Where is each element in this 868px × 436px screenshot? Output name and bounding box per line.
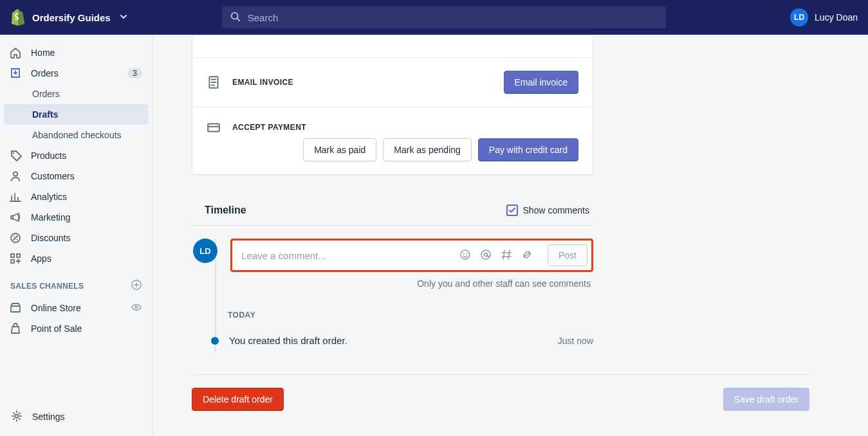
email-invoice-button[interactable]: Email invoice	[504, 71, 578, 94]
bar-chart-icon	[9, 190, 22, 203]
sidebar-item-discounts[interactable]: Discounts	[0, 228, 152, 248]
mention-icon[interactable]	[479, 248, 492, 263]
sidebar-item-analytics[interactable]: Analytics	[0, 186, 152, 207]
chevron-down-icon	[120, 12, 127, 23]
add-channel-icon[interactable]	[131, 279, 142, 293]
show-comments-label: Show comments	[523, 205, 589, 215]
sidebar-item-label: Apps	[31, 253, 51, 264]
svg-point-17	[481, 250, 490, 259]
svg-point-2	[14, 172, 17, 176]
store-switcher[interactable]: Ordersify Guides	[10, 9, 127, 26]
svg-rect-7	[17, 254, 20, 257]
svg-point-10	[135, 306, 138, 309]
sidebar-item-online-store[interactable]: Online Store	[0, 298, 152, 318]
timeline-entry: You created this draft order. Just now	[192, 335, 593, 346]
sidebar-item-label: Point of Sale	[31, 323, 82, 334]
comment-visibility-note: Only you and other staff can see comment…	[192, 278, 593, 289]
link-icon[interactable]	[521, 248, 533, 263]
global-search[interactable]	[222, 6, 666, 28]
svg-point-16	[466, 253, 467, 254]
avatar: LD	[790, 8, 808, 26]
home-icon	[9, 46, 22, 59]
svg-point-1	[13, 152, 14, 154]
save-draft-button[interactable]: Save draft order	[723, 388, 809, 411]
svg-point-11	[15, 414, 19, 417]
sidebar-item-apps[interactable]: Apps	[0, 248, 152, 269]
search-icon	[230, 11, 241, 24]
svg-rect-8	[11, 260, 14, 263]
invoice-card: EMAIL INVOICE Email invoice ACCEPT PAYME…	[192, 35, 593, 175]
document-icon	[207, 75, 221, 89]
emoji-icon[interactable]	[459, 248, 472, 263]
timeline-title: Timeline	[205, 204, 246, 216]
svg-point-5	[17, 239, 18, 241]
mark-pending-button[interactable]: Mark as pending	[383, 138, 472, 161]
email-invoice-title: EMAIL INVOICE	[232, 78, 293, 87]
delete-draft-button[interactable]: Delete draft order	[192, 388, 284, 411]
sidebar-item-abandoned[interactable]: Abandoned checkouts	[0, 125, 152, 145]
credit-card-icon	[207, 120, 221, 134]
bag-icon	[9, 322, 22, 335]
topbar: Ordersify Guides LD Lucy Doan	[0, 0, 868, 35]
shopify-logo-icon	[10, 9, 26, 26]
page-footer: Delete draft order Save draft order	[192, 374, 809, 411]
search-input[interactable]	[248, 12, 658, 23]
sidebar-item-label: Online Store	[31, 303, 81, 313]
sidebar-item-label: Settings	[32, 412, 65, 422]
section-title: SALES CHANNELS	[10, 282, 84, 291]
sidebar-item-label: Orders	[32, 89, 60, 99]
post-button[interactable]: Post	[548, 244, 587, 266]
apps-icon	[9, 252, 22, 265]
sidebar-item-label: Analytics	[31, 192, 67, 202]
show-comments-toggle[interactable]: Show comments	[506, 204, 589, 216]
timeline: Timeline Show comments LD	[192, 204, 593, 352]
sidebar-item-label: Marketing	[31, 212, 70, 223]
sidebar-item-label: Discounts	[31, 233, 70, 243]
sidebar-item-settings[interactable]: Settings	[0, 405, 152, 428]
sidebar-item-pos[interactable]: Point of Sale	[0, 318, 152, 339]
accept-payment-title: ACCEPT PAYMENT	[232, 123, 306, 132]
sidebar-item-marketing[interactable]: Marketing	[0, 207, 152, 228]
svg-rect-6	[11, 254, 14, 257]
svg-point-4	[14, 236, 15, 237]
svg-point-15	[463, 253, 464, 254]
sidebar-item-home[interactable]: Home	[0, 42, 152, 63]
store-icon	[9, 302, 22, 314]
sidebar-item-orders-sub[interactable]: Orders	[0, 84, 152, 104]
user-name: Lucy Doan	[815, 12, 858, 23]
pay-credit-button[interactable]: Pay with credit card	[478, 138, 578, 161]
gear-icon	[10, 410, 23, 424]
view-store-icon[interactable]	[131, 302, 142, 315]
orders-icon	[9, 67, 22, 80]
user-menu[interactable]: LD Lucy Doan	[790, 8, 858, 26]
store-name: Ordersify Guides	[32, 12, 111, 23]
svg-rect-13	[208, 124, 219, 132]
sidebar-item-label: Abandoned checkouts	[32, 130, 122, 140]
sidebar-item-label: Products	[31, 150, 66, 161]
sidebar-item-drafts[interactable]: Drafts	[4, 104, 149, 125]
sidebar-item-label: Customers	[31, 171, 75, 181]
avatar: LD	[193, 239, 217, 263]
sidebar: Home Orders 3 Orders Drafts Abandoned ch…	[0, 35, 153, 436]
discount-icon	[9, 232, 22, 244]
sales-channels-header: SALES CHANNELS	[0, 269, 152, 298]
orders-count-badge: 3	[127, 68, 142, 78]
person-icon	[9, 170, 22, 183]
comment-input[interactable]	[241, 250, 459, 261]
timeline-entry-text: You created this draft order.	[229, 335, 548, 346]
sidebar-item-label: Drafts	[32, 109, 58, 120]
timeline-entry-time: Just now	[558, 336, 593, 346]
sidebar-item-products[interactable]: Products	[0, 145, 152, 166]
sidebar-item-orders[interactable]: Orders 3	[0, 63, 152, 84]
checkbox-checked-icon	[506, 204, 518, 216]
sidebar-item-label: Home	[31, 48, 55, 58]
email-invoice-section: EMAIL INVOICE Email invoice	[192, 57, 593, 107]
comment-composer: Post	[230, 239, 593, 272]
tag-icon	[9, 149, 22, 162]
timeline-today-label: TODAY	[192, 311, 593, 320]
mark-paid-button[interactable]: Mark as paid	[303, 138, 376, 161]
svg-point-14	[461, 250, 470, 259]
sidebar-item-label: Orders	[31, 68, 59, 78]
sidebar-item-customers[interactable]: Customers	[0, 166, 152, 186]
hashtag-icon[interactable]	[500, 248, 513, 263]
